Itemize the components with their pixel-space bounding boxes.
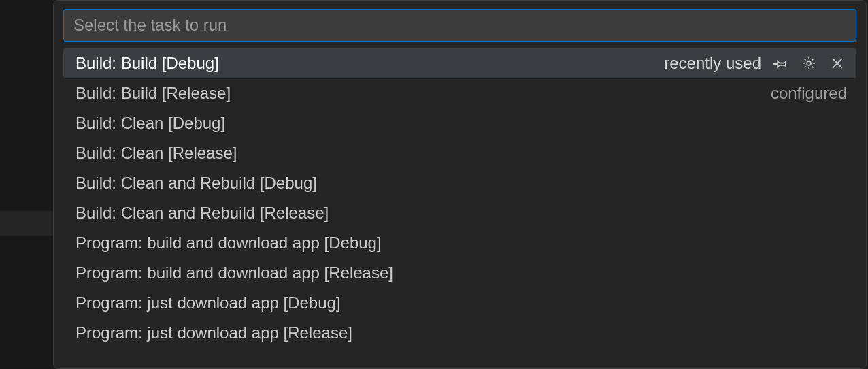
task-item-badge: configured bbox=[771, 84, 847, 103]
task-item[interactable]: Build: Clean [Debug] bbox=[63, 108, 856, 138]
task-item[interactable]: Program: just download app [Debug] bbox=[63, 288, 856, 318]
task-item-label: Program: just download app [Debug] bbox=[76, 293, 341, 312]
task-item[interactable]: Build: Clean and Rebuild [Release] bbox=[63, 198, 856, 228]
close-icon[interactable] bbox=[828, 54, 847, 73]
task-item-right: configured bbox=[771, 84, 847, 103]
task-list: Build: Build [Debug]recently usedBuild: … bbox=[54, 48, 866, 357]
left-panel-highlight bbox=[0, 211, 53, 236]
task-item-label: Program: just download app [Release] bbox=[76, 323, 352, 342]
task-item-label: Program: build and download app [Release… bbox=[76, 263, 393, 283]
task-item-label: Build: Build [Debug] bbox=[76, 54, 219, 73]
task-item[interactable]: Program: build and download app [Release… bbox=[63, 258, 856, 288]
task-item-right: recently used bbox=[664, 54, 847, 73]
task-item[interactable]: Build: Clean and Rebuild [Debug] bbox=[63, 168, 856, 198]
editor-left-panel bbox=[0, 0, 53, 369]
task-item-label: Build: Clean [Debug] bbox=[76, 114, 225, 133]
pin-icon[interactable] bbox=[771, 54, 790, 73]
task-item-label: Build: Clean and Rebuild [Release] bbox=[76, 204, 329, 223]
task-item-label: Build: Clean [Release] bbox=[76, 144, 237, 163]
task-item[interactable]: Build: Clean [Release] bbox=[63, 138, 856, 168]
task-item-label: Build: Build [Release] bbox=[76, 84, 231, 103]
task-quick-picker: Build: Build [Debug]recently usedBuild: … bbox=[53, 0, 867, 369]
task-search-input[interactable] bbox=[63, 9, 856, 42]
svg-point-0 bbox=[807, 61, 811, 65]
task-item[interactable]: Build: Build [Debug]recently used bbox=[63, 48, 856, 78]
task-item-badge: recently used bbox=[664, 54, 761, 73]
search-wrapper bbox=[54, 1, 866, 48]
task-item-label: Build: Clean and Rebuild [Debug] bbox=[76, 174, 317, 193]
gear-icon[interactable] bbox=[799, 54, 818, 73]
task-item[interactable]: Program: just download app [Release] bbox=[63, 318, 856, 348]
task-item[interactable]: Build: Build [Release]configured bbox=[63, 78, 856, 108]
task-item[interactable]: Program: build and download app [Debug] bbox=[63, 228, 856, 258]
task-item-label: Program: build and download app [Debug] bbox=[76, 234, 382, 253]
